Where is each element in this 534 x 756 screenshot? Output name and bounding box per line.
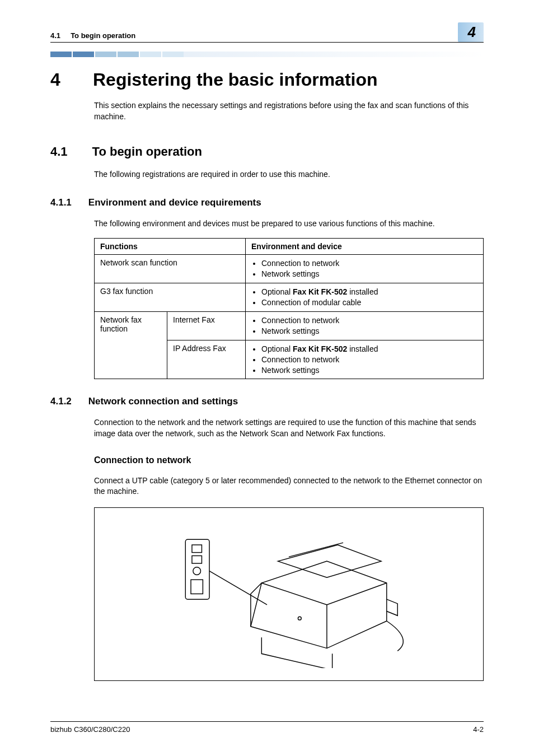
section-4-1-2-title: Network connection and settings <box>88 396 238 407</box>
chapter-badge: 4 <box>458 22 484 42</box>
decorative-bar <box>50 52 484 57</box>
section-4-1-number: 4.1 <box>50 144 68 159</box>
section-4-1-1-intro: The following environment and devices mu… <box>94 218 484 230</box>
env-item: Network settings <box>261 365 477 376</box>
svg-rect-4 <box>191 580 203 594</box>
table-row: Network scan function Connection to netw… <box>95 255 484 283</box>
chapter-title: Registering the basic information <box>93 69 378 90</box>
table-head-functions: Functions <box>95 239 246 255</box>
chapter-number: 4 <box>50 69 66 90</box>
connection-subhead: Connection to network <box>94 455 484 465</box>
env-item: Network settings <box>261 326 477 337</box>
cell-sub: IP Address Fax <box>167 340 246 379</box>
header-left: 4.1 To begin operation <box>50 31 135 40</box>
footer-model: bizhub C360/C280/C220 <box>50 725 130 734</box>
env-item: Connection to network <box>261 258 477 269</box>
section-4-1-intro: The following registrations are required… <box>94 169 484 180</box>
env-item: Connection to network <box>261 354 477 365</box>
table-head-env: Environment and device <box>246 239 484 255</box>
env-item: Network settings <box>261 269 477 279</box>
cell-func: Network scan function <box>95 255 246 283</box>
cell-env: Optional Fax Kit FK-502 installed Connec… <box>246 283 484 312</box>
cell-func: Network fax function <box>95 311 167 379</box>
requirements-table: Functions Environment and device Network… <box>94 238 484 379</box>
cell-sub: Internet Fax <box>167 311 246 340</box>
section-4-1-title: To begin operation <box>92 144 202 159</box>
page-header: 4.1 To begin operation 4 <box>50 22 484 43</box>
env-item: Optional Fax Kit FK-502 installed <box>261 344 477 354</box>
svg-line-5 <box>209 571 267 605</box>
svg-rect-1 <box>192 545 202 553</box>
svg-rect-0 <box>185 540 209 600</box>
section-4-1-2-number: 4.1.2 <box>50 396 72 407</box>
cell-env: Connection to network Network settings <box>246 255 484 283</box>
env-item: Connection of modular cable <box>261 297 477 308</box>
section-4-1-heading: 4.1 To begin operation <box>50 144 484 159</box>
header-section-number: 4.1 <box>50 31 60 40</box>
section-4-1-2-intro: Connection to the network and the networ… <box>94 417 484 439</box>
env-item: Connection to network <box>261 315 477 326</box>
printer-illustration-icon <box>153 520 425 668</box>
section-4-1-1-heading: 4.1.1 Environment and device requirement… <box>50 197 484 208</box>
cell-func: G3 fax function <box>95 283 246 312</box>
header-section-title: To begin operation <box>71 31 135 40</box>
table-row: G3 fax function Optional Fax Kit FK-502 … <box>95 283 484 312</box>
svg-rect-2 <box>192 556 202 564</box>
chapter-intro: This section explains the necessary sett… <box>94 100 484 122</box>
section-4-1-1-title: Environment and device requirements <box>88 197 261 208</box>
page-footer: bizhub C360/C280/C220 4-2 <box>50 721 484 734</box>
section-4-1-2-heading: 4.1.2 Network connection and settings <box>50 396 484 407</box>
cell-env: Optional Fax Kit FK-502 installed Connec… <box>246 340 484 379</box>
printer-figure <box>94 507 484 681</box>
table-row: Network fax function Internet Fax Connec… <box>95 311 484 340</box>
env-item: Optional Fax Kit FK-502 installed <box>261 287 477 297</box>
chapter-heading: 4 Registering the basic information <box>50 69 484 90</box>
svg-point-6 <box>298 617 302 620</box>
cell-env: Connection to network Network settings <box>246 311 484 340</box>
svg-point-3 <box>193 567 201 575</box>
connection-para: Connect a UTP cable (category 5 or later… <box>94 475 484 497</box>
section-4-1-1-number: 4.1.1 <box>50 197 72 208</box>
footer-page: 4-2 <box>473 725 484 734</box>
